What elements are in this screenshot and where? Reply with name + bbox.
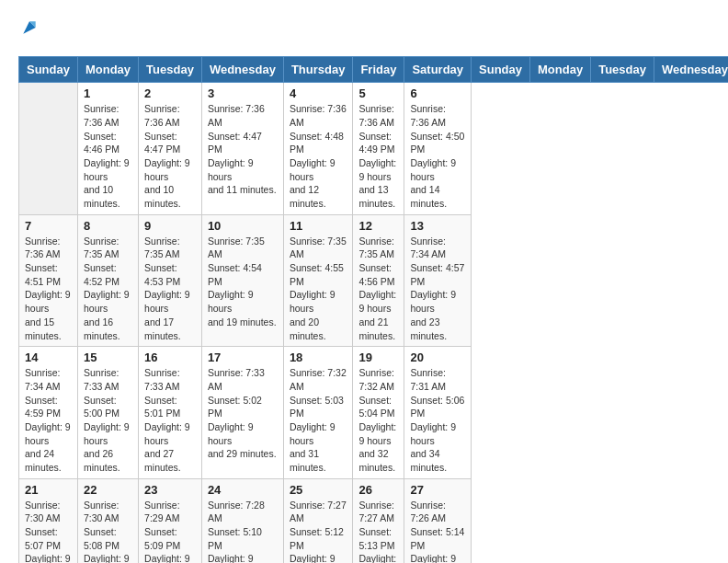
day-info: Sunrise: 7:30 AMSunset: 5:08 PMDaylight:… [84,499,132,563]
header-day-monday: Monday [530,57,591,83]
day-info: Sunrise: 7:33 AMSunset: 5:01 PMDaylight:… [144,366,196,475]
day-number: 12 [358,219,398,233]
day-number: 1 [84,86,132,100]
day-number: 17 [208,350,278,364]
calendar-cell: 12Sunrise: 7:35 AMSunset: 4:56 PMDayligh… [353,214,404,347]
day-info: Sunrise: 7:36 AMSunset: 4:47 PMDaylight:… [208,102,278,197]
day-info: Sunrise: 7:35 AMSunset: 4:53 PMDaylight:… [144,235,196,343]
day-number: 3 [208,86,278,100]
day-info: Sunrise: 7:30 AMSunset: 5:07 PMDaylight:… [25,499,72,563]
day-number: 4 [290,86,347,100]
day-info: Sunrise: 7:26 AMSunset: 5:14 PMDaylight:… [410,499,465,563]
day-number: 21 [25,483,72,497]
calendar-cell: 4Sunrise: 7:36 AMSunset: 4:48 PMDaylight… [283,83,353,215]
calendar-cell: 6Sunrise: 7:36 AMSunset: 4:50 PMDaylight… [404,83,472,215]
header-day-friday: Friday [353,57,404,83]
day-info: Sunrise: 7:28 AMSunset: 5:10 PMDaylight:… [208,499,278,563]
header-day-monday: Monday [77,57,138,83]
header-day-thursday: Thursday [283,57,353,83]
calendar-cell: 20Sunrise: 7:31 AMSunset: 5:06 PMDayligh… [404,347,472,479]
calendar-table: SundayMondayTuesdayWednesdayThursdayFrid… [18,56,728,563]
calendar-cell: 11Sunrise: 7:35 AMSunset: 4:55 PMDayligh… [283,214,353,347]
day-number: 26 [358,483,398,497]
day-info: Sunrise: 7:35 AMSunset: 4:54 PMDaylight:… [208,235,278,329]
day-number: 14 [25,350,72,364]
day-info: Sunrise: 7:36 AMSunset: 4:49 PMDaylight:… [358,102,398,211]
day-info: Sunrise: 7:36 AMSunset: 4:46 PMDaylight:… [84,102,132,211]
calendar-cell: 26Sunrise: 7:27 AMSunset: 5:13 PMDayligh… [353,478,404,563]
day-info: Sunrise: 7:36 AMSunset: 4:47 PMDaylight:… [144,102,196,211]
calendar-cell: 14Sunrise: 7:34 AMSunset: 4:59 PMDayligh… [19,347,78,479]
day-number: 24 [208,483,278,497]
day-number: 8 [84,219,132,233]
calendar-cell: 10Sunrise: 7:35 AMSunset: 4:54 PMDayligh… [201,214,283,347]
day-info: Sunrise: 7:33 AMSunset: 5:00 PMDaylight:… [84,366,132,475]
calendar-week-row: 1Sunrise: 7:36 AMSunset: 4:46 PMDaylight… [19,83,729,215]
calendar-cell: 22Sunrise: 7:30 AMSunset: 5:08 PMDayligh… [77,478,138,563]
day-info: Sunrise: 7:34 AMSunset: 4:59 PMDaylight:… [25,366,72,475]
calendar-cell: 17Sunrise: 7:33 AMSunset: 5:02 PMDayligh… [201,347,283,479]
calendar-cell: 18Sunrise: 7:32 AMSunset: 5:03 PMDayligh… [283,347,353,479]
calendar-cell: 25Sunrise: 7:27 AMSunset: 5:12 PMDayligh… [283,478,353,563]
calendar-cell: 24Sunrise: 7:28 AMSunset: 5:10 PMDayligh… [201,478,283,563]
day-number: 22 [84,483,132,497]
day-number: 15 [84,350,132,364]
logo-text [18,18,39,41]
day-number: 20 [410,350,465,364]
calendar-cell [19,83,78,215]
day-info: Sunrise: 7:29 AMSunset: 5:09 PMDaylight:… [144,499,196,563]
calendar-cell: 8Sunrise: 7:35 AMSunset: 4:52 PMDaylight… [77,214,138,347]
day-number: 19 [358,350,398,364]
day-info: Sunrise: 7:35 AMSunset: 4:52 PMDaylight:… [84,235,132,343]
header-day-sunday: Sunday [472,57,530,83]
day-info: Sunrise: 7:27 AMSunset: 5:13 PMDaylight:… [358,499,398,563]
day-number: 11 [290,219,347,233]
day-number: 2 [144,86,196,100]
day-number: 27 [410,483,465,497]
day-number: 16 [144,350,196,364]
calendar-cell: 3Sunrise: 7:36 AMSunset: 4:47 PMDaylight… [201,83,283,215]
day-info: Sunrise: 7:32 AMSunset: 5:04 PMDaylight:… [358,366,398,475]
day-info: Sunrise: 7:36 AMSunset: 4:51 PMDaylight:… [25,235,72,343]
header-day-wednesday: Wednesday [654,57,728,83]
calendar-header-row: SundayMondayTuesdayWednesdayThursdayFrid… [19,57,729,83]
header-day-wednesday: Wednesday [201,57,283,83]
calendar-cell: 1Sunrise: 7:36 AMSunset: 4:46 PMDaylight… [77,83,138,215]
calendar-cell: 19Sunrise: 7:32 AMSunset: 5:04 PMDayligh… [353,347,404,479]
calendar-cell: 16Sunrise: 7:33 AMSunset: 5:01 PMDayligh… [139,347,202,479]
day-info: Sunrise: 7:27 AMSunset: 5:12 PMDaylight:… [290,499,347,563]
calendar-week-row: 21Sunrise: 7:30 AMSunset: 5:07 PMDayligh… [19,478,729,563]
header-day-tuesday: Tuesday [139,57,202,83]
calendar-week-row: 14Sunrise: 7:34 AMSunset: 4:59 PMDayligh… [19,347,729,479]
day-info: Sunrise: 7:36 AMSunset: 4:48 PMDaylight:… [290,102,347,211]
calendar-cell: 23Sunrise: 7:29 AMSunset: 5:09 PMDayligh… [139,478,202,563]
calendar-cell: 7Sunrise: 7:36 AMSunset: 4:51 PMDaylight… [19,214,78,347]
day-number: 9 [144,219,196,233]
day-info: Sunrise: 7:32 AMSunset: 5:03 PMDaylight:… [290,366,347,475]
calendar-cell: 9Sunrise: 7:35 AMSunset: 4:53 PMDaylight… [139,214,202,347]
calendar-week-row: 7Sunrise: 7:36 AMSunset: 4:51 PMDaylight… [19,214,729,347]
header-day-tuesday: Tuesday [591,57,654,83]
day-number: 7 [25,219,72,233]
day-info: Sunrise: 7:36 AMSunset: 4:50 PMDaylight:… [410,102,465,211]
day-number: 13 [410,219,465,233]
day-info: Sunrise: 7:31 AMSunset: 5:06 PMDaylight:… [410,366,465,475]
day-number: 25 [290,483,347,497]
day-info: Sunrise: 7:35 AMSunset: 4:56 PMDaylight:… [358,235,398,343]
logo-icon [20,18,39,37]
calendar-cell: 21Sunrise: 7:30 AMSunset: 5:07 PMDayligh… [19,478,78,563]
calendar-cell: 27Sunrise: 7:26 AMSunset: 5:14 PMDayligh… [404,478,472,563]
calendar-cell: 5Sunrise: 7:36 AMSunset: 4:49 PMDaylight… [353,83,404,215]
calendar-cell: 2Sunrise: 7:36 AMSunset: 4:47 PMDaylight… [139,83,202,215]
day-number: 23 [144,483,196,497]
day-info: Sunrise: 7:34 AMSunset: 4:57 PMDaylight:… [410,235,465,343]
day-number: 5 [358,86,398,100]
day-number: 10 [208,219,278,233]
logo [18,18,39,41]
day-number: 6 [410,86,465,100]
day-info: Sunrise: 7:35 AMSunset: 4:55 PMDaylight:… [290,235,347,343]
header-day-saturday: Saturday [404,57,472,83]
header-day-sunday: Sunday [19,57,78,83]
calendar-cell: 13Sunrise: 7:34 AMSunset: 4:57 PMDayligh… [404,214,472,347]
calendar-cell: 15Sunrise: 7:33 AMSunset: 5:00 PMDayligh… [77,347,138,479]
